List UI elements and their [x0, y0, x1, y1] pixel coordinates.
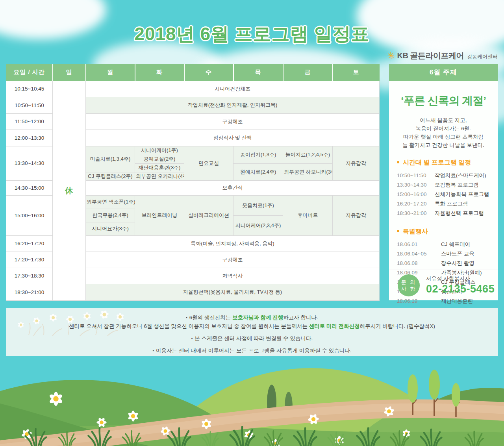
note-text: 6월의 생신잔치는 — [189, 315, 233, 320]
kb-star-icon: ✳ — [387, 50, 396, 61]
table-row: 10:15~10:45 休 시니어건강체조 — [6, 81, 380, 97]
section-title: 시간대 별 프로그램 일정 — [397, 159, 498, 167]
hills-illustration — [0, 356, 504, 446]
bullet-dot-icon — [397, 161, 399, 163]
column-header-sun: 일 — [53, 64, 86, 81]
program-cell: 점심식사 및 산책 — [86, 130, 380, 146]
program-cell: 외부공연 오카리나(4주) — [135, 172, 184, 180]
program-cell: 구강체조 — [86, 252, 380, 268]
column-header-mon: 월 — [86, 64, 135, 81]
sidebar-header: 6월 주제 — [389, 64, 498, 81]
item-name: 장수사진 촬영 — [441, 259, 474, 268]
bullet-icon: ▪ — [191, 336, 193, 341]
kb-logo: ✳ KB 골든라이프케어 강동케어센터 — [387, 50, 498, 61]
program-cell: 자유감각 — [333, 195, 380, 235]
time-cell: 10:15~10:45 — [6, 81, 53, 97]
time-cell: 18:30~21:00 — [6, 284, 53, 300]
item-date: 18.06.04~05 — [397, 249, 441, 259]
item-time: 13:30~14:30 — [397, 180, 435, 190]
list-item: 13:30~14:30오감행복 프로그램 — [397, 180, 498, 190]
poem-line: 늘 활기차고 건강한 나날을 보낸다. — [389, 141, 498, 149]
program-cell: 한국무용(2,4주) — [86, 209, 135, 222]
program-cell: 민요교실 — [184, 146, 233, 180]
time-cell: 10:50~11:50 — [6, 97, 53, 113]
program-cell: 원예치료(2,4주) — [233, 163, 283, 180]
theme-poem: 어느새 봄꽃도 지고, 녹음이 짙어져가는 6월. 따가운 햇살 아래 싱그런 … — [389, 116, 498, 149]
program-cell: 작업치료(전산화 인지재활, 인지워크북) — [86, 97, 380, 113]
bullet-icon: ▪ — [186, 315, 187, 320]
list-item: 18.06.01CJ 쉐프데이 — [397, 240, 498, 249]
time-cell: 12:00~13:30 — [6, 130, 53, 146]
item-name: 스마트폰 교육 — [441, 249, 474, 259]
program-cell: 시니어케어(1주) — [135, 146, 184, 155]
item-name: 작업치료(스마트케어) — [435, 171, 486, 180]
program-cell: 시니어건강체조 — [86, 81, 380, 97]
list-item: 18.06.08장수사진 촬영 — [397, 259, 498, 268]
program-cell: 브레인트레이닝 — [135, 195, 184, 235]
time-cell: 17:20~17:30 — [6, 252, 53, 268]
poem-line: 어느새 봄꽃도 지고, — [389, 116, 498, 124]
notes-panel: ▪6월의 생신잔치는 보호자님과 함께 진행하고자 합니다. 센터로 오셔서 참… — [6, 308, 498, 356]
rest-cell: 休 — [53, 81, 86, 300]
section-title: 특별행사 — [397, 228, 498, 236]
badge-line: 사 항 — [398, 285, 420, 292]
item-time: 15:00~16:00 — [397, 190, 435, 199]
inquiry-badge: 문 의 사 항 — [398, 274, 420, 296]
program-cell: 시니어요가(3주) — [86, 222, 135, 235]
contact-person: 서유정 사회복지사 — [426, 275, 495, 282]
program-cell: 외부공연 하모니카(3주) — [283, 163, 333, 180]
time-program-section: 시간대 별 프로그램 일정 10:50~11:50작업치료(스마트케어) 13:… — [397, 159, 498, 218]
program-cell: CJ 쿠킹클래스(2주) — [86, 172, 135, 180]
item-time: 10:50~11:50 — [397, 171, 435, 180]
column-header-thu: 목 — [233, 64, 283, 81]
daisy-garland-decoration — [13, 311, 127, 338]
list-item: 18.06.04~05스마트폰 교육 — [397, 249, 498, 259]
program-cell: 저녁식사 — [86, 268, 380, 284]
program-cell: 놀이치료(1,2,4,5주) — [283, 146, 333, 163]
item-date: 18.06.01 — [397, 240, 441, 249]
time-cell: 15:00~16:00 — [6, 195, 53, 235]
list-item: 15:00~16:00신체기능회복 프로그램 — [397, 190, 498, 199]
program-cell: 웃음치료(1주) — [233, 195, 283, 215]
note-highlight: 보호자님과 함께 진행 — [232, 315, 283, 320]
time-cell: 11:50~12:00 — [6, 113, 53, 130]
program-cell: 구강체조 — [86, 113, 380, 130]
program-cell: 자유감각 — [333, 146, 380, 180]
time-cell: 13:30~14:30 — [6, 146, 53, 180]
contact-info: 서유정 사회복지사 02-2135-5465 — [426, 275, 495, 295]
column-header-time: 요일 / 시간 — [6, 64, 53, 81]
time-cell: 16:20~17:20 — [6, 235, 53, 252]
page-title: 2018년 6월 프로그램 일정표 — [0, 22, 504, 46]
contact-section: 문 의 사 항 서유정 사회복지사 02-2135-5465 — [389, 270, 498, 300]
contact-phone: 02-2135-5465 — [426, 283, 495, 295]
program-cell: 종이접기(1,3주) — [233, 146, 283, 163]
item-name: 신체기능회복 프로그램 — [435, 190, 489, 199]
item-time: 18:30~21:00 — [397, 209, 435, 218]
schedule-table: 요일 / 시간 일 월 화 수 목 금 토 10:15~10:45 休 시니어건… — [6, 64, 380, 301]
program-cell: 오후간식 — [86, 180, 380, 195]
poster-background: { "title": "2018년 6월 프로그램 일정표", "logo": … — [0, 0, 504, 446]
bullet-icon: ▪ — [152, 348, 154, 353]
program-cell: 시니어케어(2,3,4주) — [233, 215, 283, 235]
bullet-dot-icon — [397, 230, 399, 232]
list-item: 16:20~17:20특화 프로그램 — [397, 199, 498, 209]
item-name: 자율형선택 프로그램 — [435, 209, 484, 218]
program-cell: 자율형선택(웃음치료, 물리치료, TV시청 등) — [86, 284, 380, 300]
section-title-text: 특별행사 — [403, 228, 428, 235]
list-item: 18:30~21:00자율형선택 프로그램 — [397, 209, 498, 218]
note-text: 본 스케줄은 센터 사정에 따라 변경될 수 있습니다. — [195, 335, 313, 341]
column-header-sat: 토 — [333, 64, 380, 81]
note-line: ▪이용자는 센터 내에서 이루어지는 모든 프로그램을 자유롭게 이용하실 수 … — [6, 347, 498, 354]
monthly-theme-sidebar: 6월 주제 ‘푸른 신록의 계절’ 어느새 봄꽃도 지고, 녹음이 짙어져가는 … — [389, 64, 498, 300]
item-name: 특화 프로그램 — [435, 199, 468, 209]
note-text: 하고자 합니다. — [283, 315, 318, 320]
section-title-text: 시간대 별 프로그램 일정 — [403, 159, 471, 166]
badge-line: 문 의 — [398, 279, 420, 285]
sidebar-panel: ‘푸른 신록의 계절’ 어느새 봄꽃도 지고, 녹음이 짙어져가는 6월. 따가… — [389, 81, 498, 300]
program-cell: 후마네트 — [283, 195, 333, 235]
logo-branch: 강동케어센터 — [467, 52, 498, 60]
note-text: 해주시기 바랍니다. (필수참석X) — [360, 323, 435, 329]
item-date: 18.06.08 — [397, 259, 441, 268]
theme-title: ‘푸른 신록의 계절’ — [389, 81, 498, 108]
poem-line: 녹음이 짙어져가는 6월. — [389, 124, 498, 133]
